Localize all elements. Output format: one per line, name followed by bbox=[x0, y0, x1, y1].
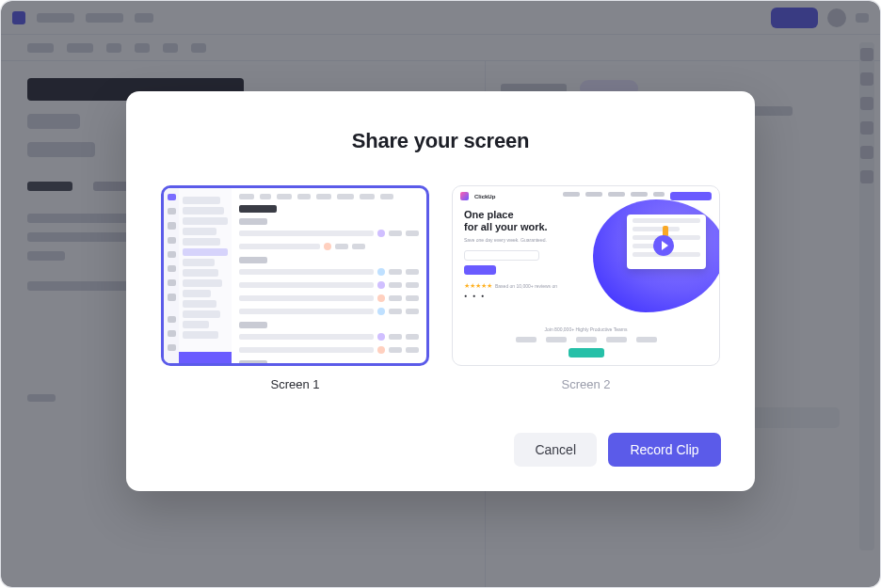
get-started-thumb bbox=[464, 265, 496, 275]
play-icon bbox=[653, 235, 674, 256]
modal-footer: Cancel Record Clip bbox=[160, 433, 721, 467]
star-icon: ★★★★★ bbox=[464, 282, 492, 290]
cancel-button[interactable]: Cancel bbox=[514, 433, 597, 467]
modal-title: Share your screen bbox=[160, 129, 721, 153]
see-reviews-thumb bbox=[569, 348, 604, 358]
screen-1-thumbnail bbox=[161, 185, 429, 366]
email-field-thumb bbox=[464, 250, 539, 261]
screen-options: Screen 1 ClickUp bbox=[160, 185, 721, 391]
screen-2-label: Screen 2 bbox=[452, 377, 720, 391]
screen-1-label: Screen 1 bbox=[161, 377, 429, 391]
screen-2-thumbnail: ClickUp One bbox=[452, 185, 720, 366]
clickup-logo-icon bbox=[460, 192, 469, 200]
share-screen-modal: Share your screen bbox=[126, 91, 755, 491]
screen-option-2[interactable]: ClickUp One bbox=[452, 185, 720, 391]
screen-option-1[interactable]: Screen 1 bbox=[161, 185, 429, 391]
modal-overlay: Share your screen bbox=[1, 1, 880, 587]
record-clip-button[interactable]: Record Clip bbox=[608, 433, 721, 467]
